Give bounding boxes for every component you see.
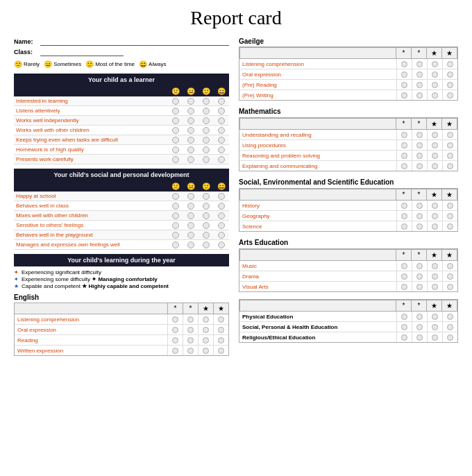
circle-cell[interactable]: [167, 335, 183, 345]
circle-cell[interactable]: [213, 325, 228, 334]
circle-cell[interactable]: [412, 69, 427, 79]
circle-cell[interactable]: [442, 271, 457, 281]
circle-cell[interactable]: [427, 271, 442, 281]
circle-cell[interactable]: [183, 325, 198, 334]
circle-cell[interactable]: [396, 140, 412, 150]
circle-cell[interactable]: [213, 314, 228, 324]
circle-cell[interactable]: [412, 261, 427, 271]
circle-cell[interactable]: [427, 130, 442, 139]
circle-cell[interactable]: [199, 222, 214, 229]
circle-cell[interactable]: [412, 201, 427, 210]
circle-cell[interactable]: [442, 140, 457, 150]
circle-cell[interactable]: [167, 325, 183, 334]
circle-cell[interactable]: [442, 211, 457, 221]
circle-cell[interactable]: [198, 346, 213, 355]
circle-cell[interactable]: [183, 137, 199, 144]
circle-cell[interactable]: [183, 156, 199, 163]
circle-cell[interactable]: [427, 282, 442, 291]
circle-cell[interactable]: [396, 59, 412, 69]
circle-cell[interactable]: [213, 346, 228, 355]
circle-cell[interactable]: [168, 222, 183, 229]
circle-cell[interactable]: [168, 127, 183, 134]
circle-cell[interactable]: [412, 59, 427, 69]
circle-cell[interactable]: [168, 241, 183, 248]
circle-cell[interactable]: [396, 130, 412, 139]
circle-cell[interactable]: [168, 98, 183, 105]
circle-cell[interactable]: [168, 108, 183, 114]
circle-cell[interactable]: [427, 211, 442, 221]
circle-cell[interactable]: [396, 201, 412, 210]
circle-cell[interactable]: [214, 127, 229, 134]
circle-cell[interactable]: [183, 232, 199, 239]
circle-cell[interactable]: [183, 98, 199, 105]
circle-cell[interactable]: [167, 314, 183, 324]
circle-cell[interactable]: [214, 146, 229, 153]
circle-cell[interactable]: [214, 117, 229, 124]
circle-cell[interactable]: [183, 108, 199, 114]
circle-cell[interactable]: [412, 151, 427, 160]
circle-cell[interactable]: [183, 212, 199, 219]
circle-cell[interactable]: [442, 161, 457, 171]
circle-cell[interactable]: [396, 211, 412, 221]
circle-cell[interactable]: [168, 232, 183, 239]
circle-cell[interactable]: [412, 211, 427, 221]
class-input[interactable]: [40, 48, 124, 56]
circle-cell[interactable]: [199, 146, 214, 153]
circle-cell[interactable]: [214, 98, 229, 105]
circle-cell[interactable]: [168, 193, 183, 200]
circle-cell[interactable]: [199, 117, 214, 124]
circle-cell[interactable]: [396, 69, 412, 79]
circle-cell[interactable]: [442, 69, 457, 79]
circle-cell[interactable]: [412, 130, 427, 139]
circle-cell[interactable]: [183, 146, 199, 153]
circle-cell[interactable]: [183, 222, 199, 229]
circle-cell[interactable]: [167, 346, 183, 355]
circle-cell[interactable]: [199, 127, 214, 134]
circle-cell[interactable]: [427, 69, 442, 79]
circle-cell[interactable]: [198, 335, 213, 345]
circle-cell[interactable]: [427, 90, 442, 100]
circle-cell[interactable]: [198, 314, 213, 324]
circle-cell[interactable]: [442, 261, 457, 271]
circle-cell[interactable]: [396, 271, 412, 281]
circle-cell[interactable]: [199, 108, 214, 114]
circle-cell[interactable]: [199, 193, 214, 200]
circle-cell[interactable]: [396, 261, 412, 271]
circle-cell[interactable]: [442, 282, 457, 291]
circle-cell[interactable]: [199, 212, 214, 219]
circle-cell[interactable]: [412, 80, 427, 90]
circle-cell[interactable]: [442, 130, 457, 139]
circle-cell[interactable]: [412, 90, 427, 100]
circle-cell[interactable]: [442, 221, 457, 231]
circle-cell[interactable]: [183, 241, 199, 248]
circle-cell[interactable]: [214, 108, 229, 114]
circle-cell[interactable]: [183, 203, 199, 210]
circle-cell[interactable]: [214, 222, 229, 229]
circle-cell[interactable]: [442, 59, 457, 69]
circle-cell[interactable]: [183, 127, 199, 134]
circle-cell[interactable]: [412, 271, 427, 281]
circle-cell[interactable]: [214, 137, 229, 144]
circle-cell[interactable]: [199, 156, 214, 163]
circle-cell[interactable]: [168, 156, 183, 163]
circle-cell[interactable]: [396, 282, 412, 291]
circle-cell[interactable]: [198, 325, 213, 334]
circle-cell[interactable]: [442, 90, 457, 100]
name-input[interactable]: [40, 37, 229, 46]
circle-cell[interactable]: [199, 232, 214, 239]
circle-cell[interactable]: [427, 221, 442, 231]
circle-cell[interactable]: [214, 232, 229, 239]
circle-cell[interactable]: [396, 161, 412, 171]
circle-cell[interactable]: [199, 241, 214, 248]
circle-cell[interactable]: [183, 117, 199, 124]
circle-cell[interactable]: [183, 193, 199, 200]
circle-cell[interactable]: [427, 201, 442, 210]
circle-cell[interactable]: [214, 193, 229, 200]
circle-cell[interactable]: [396, 151, 412, 160]
circle-cell[interactable]: [412, 282, 427, 291]
circle-cell[interactable]: [442, 151, 457, 160]
circle-cell[interactable]: [427, 80, 442, 90]
circle-cell[interactable]: [168, 203, 183, 210]
circle-cell[interactable]: [427, 261, 442, 271]
circle-cell[interactable]: [214, 203, 229, 210]
